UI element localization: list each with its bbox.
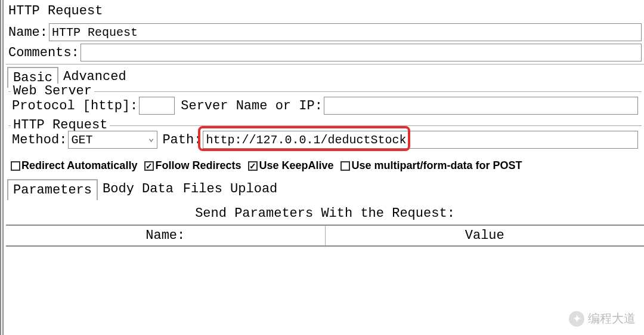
config-tabs: Basic Advanced bbox=[6, 67, 644, 88]
checkbox-icon bbox=[340, 161, 350, 171]
follow-redirects-label: Follow Redirects bbox=[155, 159, 241, 172]
wechat-icon: ✦ bbox=[569, 311, 584, 327]
checkbox-checked-icon: ✓ bbox=[144, 161, 154, 171]
col-value[interactable]: Value bbox=[326, 226, 645, 245]
server-name-label: Server Name or IP: bbox=[181, 99, 323, 113]
checkbox-icon bbox=[11, 161, 20, 171]
method-label: Method: bbox=[12, 133, 67, 147]
keepalive-label: Use KeepAlive bbox=[259, 159, 333, 172]
server-name-input[interactable] bbox=[324, 97, 638, 115]
watermark-text: 编程大道 bbox=[588, 311, 636, 327]
tab-parameters[interactable]: Parameters bbox=[7, 179, 98, 200]
protocol-label: Protocol [http]: bbox=[12, 99, 138, 113]
name-label: Name: bbox=[8, 25, 48, 40]
method-select[interactable] bbox=[68, 131, 157, 149]
watermark: ✦ 编程大道 bbox=[569, 311, 636, 327]
multipart-label: Use multipart/form-data for POST bbox=[351, 159, 522, 172]
protocol-input[interactable] bbox=[139, 97, 175, 115]
comments-label: Comments: bbox=[8, 45, 79, 60]
tab-files-upload[interactable]: Files Upload bbox=[178, 179, 282, 200]
web-server-fieldset: Web Server Protocol [http]: Server Name … bbox=[8, 91, 642, 117]
comments-input[interactable] bbox=[80, 44, 642, 62]
divider bbox=[6, 64, 644, 64]
page-title: HTTP Request bbox=[6, 0, 644, 22]
path-label: Path: bbox=[162, 133, 202, 147]
redirect-auto-checkbox[interactable]: Redirect Automatically bbox=[11, 159, 137, 172]
name-input[interactable] bbox=[49, 23, 642, 41]
options-row: Redirect Automatically ✓ Follow Redirect… bbox=[6, 152, 644, 179]
params-tabs: Parameters Body Data Files Upload bbox=[6, 179, 644, 200]
tab-body-data[interactable]: Body Data bbox=[98, 179, 178, 200]
follow-redirects-checkbox[interactable]: ✓ Follow Redirects bbox=[144, 159, 241, 172]
checkbox-checked-icon: ✓ bbox=[248, 161, 258, 171]
multipart-checkbox[interactable]: Use multipart/form-data for POST bbox=[340, 159, 522, 172]
params-caption: Send Parameters With the Request: bbox=[6, 200, 644, 225]
keepalive-checkbox[interactable]: ✓ Use KeepAlive bbox=[248, 159, 333, 172]
redirect-auto-label: Redirect Automatically bbox=[21, 159, 137, 172]
http-request-fieldset: HTTP Request Method: Path: bbox=[8, 125, 642, 151]
path-input[interactable] bbox=[203, 131, 638, 149]
web-server-legend: Web Server bbox=[11, 84, 94, 99]
params-table-header: Name: Value bbox=[6, 225, 644, 247]
col-name[interactable]: Name: bbox=[6, 226, 326, 245]
